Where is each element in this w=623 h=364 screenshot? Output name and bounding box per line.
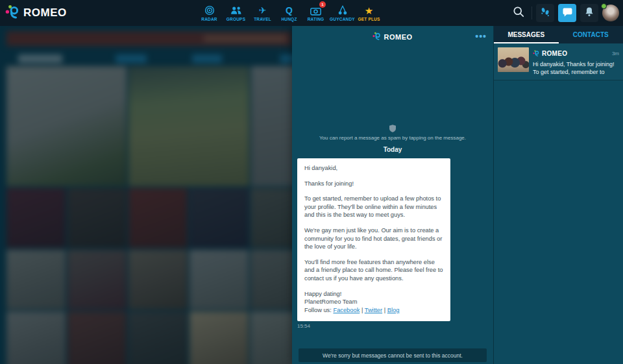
romeo-logo-icon bbox=[5, 5, 21, 21]
romeo-logo-icon bbox=[533, 47, 540, 59]
divider bbox=[531, 6, 532, 19]
primary-nav: RADAR GROUPS ✈ TRAVEL Q HUNQZ RATING 1 bbox=[196, 0, 382, 26]
nav-label: RADAR bbox=[201, 17, 217, 21]
romeo-logo[interactable]: ROMEO bbox=[0, 5, 67, 21]
conversation-sender-name: ROMEO bbox=[542, 50, 610, 57]
date-separator: Today bbox=[292, 146, 493, 153]
chat-message-area: You can report a message as spam by tapp… bbox=[292, 48, 493, 329]
nav-right-actions bbox=[509, 4, 623, 22]
link-separator: | bbox=[361, 307, 363, 313]
conversation-time: 3m bbox=[612, 51, 619, 56]
hunqz-q-icon: Q bbox=[286, 5, 293, 16]
follow-us-label: Follow us: bbox=[304, 307, 332, 313]
nav-item-guycandy[interactable]: GUYCANDY bbox=[329, 0, 356, 26]
more-options-icon[interactable]: ••• bbox=[475, 31, 487, 42]
conversation-summary: ROMEO 3m Hi danyakid, Thanks for joining… bbox=[533, 47, 619, 76]
plus-star-icon: ★ bbox=[365, 5, 373, 16]
rating-notification-badge: 1 bbox=[319, 1, 326, 8]
twitter-link[interactable]: Twitter bbox=[365, 307, 382, 313]
tab-contacts[interactable]: CONTACTS bbox=[559, 26, 623, 43]
facebook-link[interactable]: Facebook bbox=[333, 307, 360, 313]
spam-report-notice: You can report a message as spam by tapp… bbox=[292, 125, 493, 141]
profile-avatar[interactable] bbox=[602, 5, 619, 21]
spam-notice-text: You can report a message as spam by tapp… bbox=[319, 135, 466, 141]
notifications-button[interactable] bbox=[580, 4, 598, 22]
search-icon bbox=[513, 6, 524, 20]
shield-icon bbox=[389, 125, 396, 132]
follow-us-line: Follow us: Facebook | Twitter | Blog bbox=[304, 306, 443, 315]
message-timestamp: 15:54 bbox=[297, 323, 488, 329]
bell-icon bbox=[584, 6, 594, 19]
message-paragraph: Thanks for joining! bbox=[304, 180, 443, 188]
nav-label: HUNQZ bbox=[281, 17, 297, 21]
nav-item-travel[interactable]: ✈ TRAVEL bbox=[249, 0, 276, 26]
conversation-thumbnail bbox=[498, 47, 529, 72]
link-separator: | bbox=[384, 307, 385, 313]
nav-item-rating[interactable]: RATING 1 bbox=[302, 0, 329, 26]
blog-link[interactable]: Blog bbox=[387, 307, 400, 313]
welcome-message-bubble[interactable]: Hi danyakid, Thanks for joining! To get … bbox=[297, 158, 450, 321]
brand-name: ROMEO bbox=[23, 6, 67, 19]
radar-icon bbox=[204, 5, 215, 16]
search-button[interactable] bbox=[509, 4, 528, 22]
nav-item-hunqz[interactable]: Q HUNQZ bbox=[276, 0, 302, 26]
nav-label: GET PLUS bbox=[358, 17, 380, 21]
romeo-logo-icon bbox=[373, 31, 382, 43]
conversation-list-item[interactable]: ROMEO 3m Hi danyakid, Thanks for joining… bbox=[494, 43, 623, 80]
top-nav-bar: ROMEO RADAR GROUPS ✈ TRAVEL Q HUNQZ R bbox=[0, 0, 623, 26]
nav-label: GUYCANDY bbox=[330, 17, 355, 21]
nav-item-get-plus[interactable]: ★ GET PLUS bbox=[356, 0, 382, 26]
message-paragraph: To get started, remember to upload a few… bbox=[304, 195, 443, 219]
conversation-preview-text: Hi danyakid, Thanks for joining! To get … bbox=[533, 60, 619, 76]
message-paragraph: Happy dating! bbox=[304, 290, 443, 298]
nav-label: GROUPS bbox=[226, 17, 245, 21]
guycandy-cherries-icon bbox=[337, 5, 348, 16]
nav-item-groups[interactable]: GROUPS bbox=[223, 0, 249, 26]
footprints-button[interactable] bbox=[536, 4, 554, 22]
chat-conversation-panel: ROMEO ••• You can report a message as sp… bbox=[292, 26, 493, 364]
blocked-account-notice: We're sorry but messages cannot be sent … bbox=[299, 348, 487, 362]
messages-button[interactable] bbox=[558, 4, 576, 22]
message-paragraph: You'll find more free features than anyw… bbox=[304, 258, 443, 283]
online-status-dot bbox=[601, 3, 607, 9]
nav-item-radar[interactable]: RADAR bbox=[196, 0, 223, 26]
chat-bubble-icon bbox=[562, 6, 573, 20]
sidebar-tabs: MESSAGES CONTACTS bbox=[494, 26, 623, 43]
message-paragraph: PlanetRomeo Team bbox=[304, 298, 443, 306]
travel-plane-icon: ✈ bbox=[259, 5, 267, 16]
message-paragraph: Hi danyakid, bbox=[304, 164, 443, 173]
chat-header-logo: ROMEO bbox=[373, 31, 412, 43]
chat-header: ROMEO ••• bbox=[292, 26, 493, 48]
messages-sidebar: MESSAGES CONTACTS ROMEO 3m Hi danyakid, … bbox=[493, 26, 623, 364]
tab-messages[interactable]: MESSAGES bbox=[494, 26, 559, 43]
footprints-icon bbox=[540, 6, 550, 19]
chat-partner-name: ROMEO bbox=[384, 33, 412, 41]
message-paragraph: We're gay men just like you. Our aim is … bbox=[304, 226, 443, 251]
nav-label: RATING bbox=[308, 17, 324, 21]
groups-icon bbox=[230, 5, 242, 16]
nav-label: TRAVEL bbox=[254, 17, 271, 21]
